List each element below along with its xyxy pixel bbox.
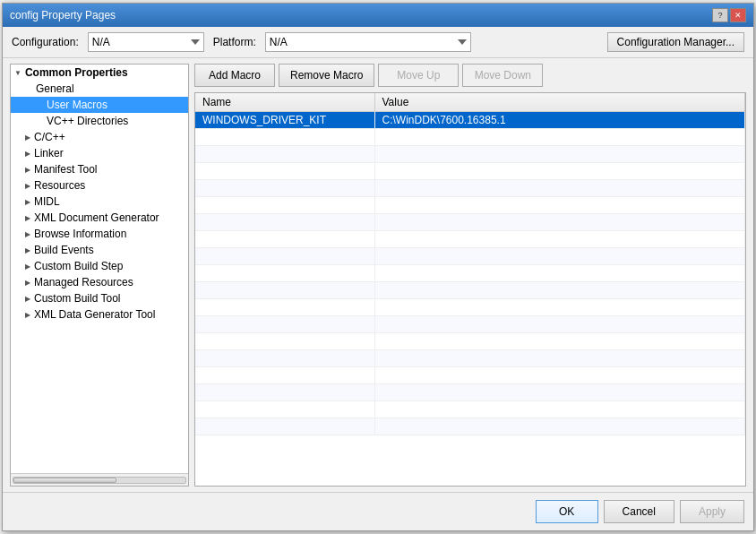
table-row-empty bbox=[195, 214, 745, 231]
table-row-empty bbox=[195, 333, 745, 350]
tree-item[interactable]: ▶MIDL bbox=[11, 194, 188, 210]
close-button[interactable]: ✕ bbox=[730, 8, 746, 22]
tree-arrow-icon: ▶ bbox=[25, 295, 30, 303]
title-bar-controls: ? ✕ bbox=[712, 8, 746, 22]
table-row-empty bbox=[195, 316, 745, 333]
table-row-empty bbox=[195, 265, 745, 282]
table-row-empty bbox=[195, 129, 745, 146]
table-cell-name: WINDOWS_DRIVER_KIT bbox=[195, 112, 374, 129]
macro-toolbar: Add Macro Remove Macro Move Up Move Down bbox=[194, 64, 746, 87]
table-row-empty bbox=[195, 248, 745, 265]
tree-arrow-icon: ▶ bbox=[25, 311, 30, 319]
tree-item-label: Custom Build Step bbox=[34, 260, 123, 272]
root-arrow: ▼ bbox=[14, 69, 21, 77]
tree-item-label: VC++ Directories bbox=[47, 115, 128, 127]
tree-item-label: XML Document Generator bbox=[34, 211, 159, 224]
table-row-empty bbox=[195, 282, 745, 299]
remove-macro-button[interactable]: Remove Macro bbox=[279, 64, 374, 87]
table-row-empty bbox=[195, 299, 745, 316]
tree-item[interactable]: ▶Manifest Tool bbox=[11, 161, 188, 177]
ok-button[interactable]: OK bbox=[536, 500, 598, 523]
table-row-empty bbox=[195, 350, 745, 367]
table-row-empty bbox=[195, 384, 745, 401]
table-row-empty bbox=[195, 146, 745, 163]
tree-arrow-icon: ▶ bbox=[25, 246, 30, 254]
tree-item[interactable]: ▶XML Document Generator bbox=[11, 210, 188, 226]
horizontal-scrollbar[interactable] bbox=[11, 473, 188, 486]
table-row-empty bbox=[195, 163, 745, 180]
config-label: Configuration: bbox=[12, 36, 79, 48]
tree-item[interactable]: ▶Browse Information bbox=[11, 226, 188, 242]
platform-select[interactable]: N/A bbox=[265, 32, 471, 52]
tree-item-label: Browse Information bbox=[34, 228, 126, 240]
tree-arrow-icon: ▶ bbox=[25, 279, 30, 287]
tree-item[interactable]: ▶Linker bbox=[11, 145, 188, 161]
table-row[interactable]: WINDOWS_DRIVER_KITC:\WinDDK\7600.16385.1 bbox=[195, 112, 745, 129]
tree-item-label: Resources bbox=[34, 179, 85, 192]
tree-panel: ▼ Common Properties GeneralUser MacrosVC… bbox=[10, 64, 189, 487]
tree-item[interactable]: ▶Managed Resources bbox=[11, 274, 188, 290]
table-row-empty bbox=[195, 197, 745, 214]
tree-arrow-icon: ▶ bbox=[25, 166, 30, 174]
tree-item-label: Linker bbox=[34, 147, 64, 159]
table-row-empty bbox=[195, 401, 745, 418]
col-value-header: Value bbox=[374, 93, 745, 112]
tree-items-container: GeneralUser MacrosVC++ Directories▶C/C++… bbox=[11, 81, 188, 323]
tree-item-label: Build Events bbox=[34, 244, 94, 256]
tree-arrow-icon: ▶ bbox=[25, 150, 30, 158]
move-up-button[interactable]: Move Up bbox=[378, 64, 459, 87]
tree-item-label: MIDL bbox=[34, 195, 60, 208]
add-macro-button[interactable]: Add Macro bbox=[194, 64, 275, 87]
tree-root-label: Common Properties bbox=[25, 66, 128, 79]
dialog-title: config Property Pages bbox=[10, 9, 116, 22]
platform-label: Platform: bbox=[213, 36, 256, 48]
macro-table: Name Value WINDOWS_DRIVER_KITC:\WinDDK\7… bbox=[194, 92, 746, 487]
tree-arrow-icon: ▶ bbox=[25, 214, 30, 222]
table-body: WINDOWS_DRIVER_KITC:\WinDDK\7600.16385.1 bbox=[195, 112, 745, 435]
config-bar: Configuration: N/A Platform: N/A Configu… bbox=[3, 27, 753, 58]
dialog: config Property Pages ? ✕ Configuration:… bbox=[2, 3, 754, 531]
tree-item-label: Manifest Tool bbox=[34, 163, 97, 176]
tree-arrow-icon: ▶ bbox=[25, 263, 30, 271]
tree-item[interactable]: ▶Custom Build Tool bbox=[11, 290, 188, 306]
main-content: ▼ Common Properties GeneralUser MacrosVC… bbox=[3, 58, 753, 492]
tree-root[interactable]: ▼ Common Properties bbox=[11, 65, 188, 81]
tree-item[interactable]: ▶XML Data Generator Tool bbox=[11, 306, 188, 323]
dialog-footer: OK Cancel Apply bbox=[3, 492, 753, 530]
config-manager-button[interactable]: Configuration Manager... bbox=[607, 32, 744, 52]
help-button[interactable]: ? bbox=[712, 8, 728, 22]
tree-item-label: General bbox=[36, 82, 74, 95]
col-name-header: Name bbox=[195, 93, 374, 112]
scroll-thumb bbox=[13, 478, 116, 483]
configuration-select[interactable]: N/A bbox=[88, 32, 204, 52]
tree-item[interactable]: General bbox=[11, 81, 188, 97]
tree-arrow-icon: ▶ bbox=[25, 230, 30, 238]
table-row-empty bbox=[195, 231, 745, 248]
tree-item-label: XML Data Generator Tool bbox=[34, 308, 155, 321]
tree-item[interactable]: User Macros bbox=[11, 97, 188, 113]
title-bar: config Property Pages ? ✕ bbox=[3, 4, 753, 27]
tree-item[interactable]: ▶Resources bbox=[11, 177, 188, 194]
tree-item-label: Managed Resources bbox=[34, 276, 133, 289]
tree-item[interactable]: VC++ Directories bbox=[11, 113, 188, 129]
tree-inner: ▼ Common Properties GeneralUser MacrosVC… bbox=[11, 65, 188, 473]
tree-item[interactable]: ▶C/C++ bbox=[11, 129, 188, 145]
macro-data-table: Name Value WINDOWS_DRIVER_KITC:\WinDDK\7… bbox=[195, 93, 745, 435]
tree-arrow-icon: ▶ bbox=[25, 198, 30, 206]
scroll-track bbox=[13, 477, 186, 484]
table-cell-value: C:\WinDDK\7600.16385.1 bbox=[374, 112, 745, 129]
tree-item[interactable]: ▶Build Events bbox=[11, 242, 188, 258]
tree-item-label: User Macros bbox=[47, 99, 107, 111]
cancel-button[interactable]: Cancel bbox=[604, 500, 674, 523]
tree-item-label: C/C++ bbox=[34, 131, 65, 143]
tree-arrow-icon: ▶ bbox=[25, 134, 30, 142]
apply-button[interactable]: Apply bbox=[680, 500, 744, 523]
table-row-empty bbox=[195, 367, 745, 384]
tree-item[interactable]: ▶Custom Build Step bbox=[11, 258, 188, 274]
tree-arrow-icon: ▶ bbox=[25, 182, 30, 190]
move-down-button[interactable]: Move Down bbox=[462, 64, 543, 87]
table-row-empty bbox=[195, 180, 745, 197]
right-panel: Add Macro Remove Macro Move Up Move Down… bbox=[194, 64, 746, 487]
table-row-empty bbox=[195, 418, 745, 435]
tree-item-label: Custom Build Tool bbox=[34, 292, 121, 305]
